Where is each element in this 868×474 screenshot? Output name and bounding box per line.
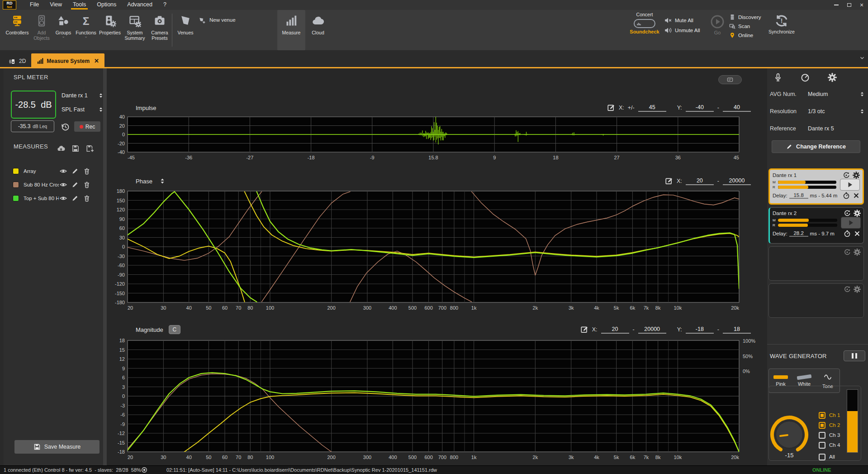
toolbar-camera-presets-button[interactable]: Camera Presets [147, 10, 172, 50]
microphone-icon[interactable] [773, 73, 783, 82]
level-knob[interactable] [768, 413, 811, 456]
channel-checkbox-ch-3[interactable]: Ch 3 [819, 430, 840, 440]
toolbar-measure-button[interactable]: Measure [277, 10, 305, 50]
discovery-button[interactable]: Discovery [729, 13, 761, 22]
measure-item-array[interactable]: Array [4, 164, 107, 178]
channel-strip-empty[interactable] [768, 283, 864, 318]
toolbar-functions-button[interactable]: ΣFunctions⌄ [74, 10, 98, 50]
chart-options-button[interactable] [718, 75, 742, 84]
rename-pencil-icon[interactable] [71, 195, 79, 202]
measure-item-sub-80-hz-cross[interactable]: Sub 80 Hz Cross [4, 178, 107, 192]
magnitude-xmin-input[interactable]: 20 [601, 326, 629, 334]
remove-x-icon[interactable] [853, 192, 860, 199]
measure-settings-gear-icon[interactable] [828, 73, 837, 82]
measure-item-top-sub-80-h[interactable]: Top + Sub 80 H: [4, 192, 107, 205]
rec-button[interactable]: Rec [74, 121, 100, 132]
menu-tools[interactable]: Tools [67, 0, 91, 10]
minimize-button[interactable] [830, 0, 843, 10]
monitor-loop-icon[interactable] [844, 286, 851, 293]
left-panel-scrollbar[interactable] [103, 68, 107, 465]
coherence-toggle-button[interactable]: C [169, 325, 180, 334]
channel-checkbox-ch-1[interactable]: Ch 1 [819, 410, 840, 420]
impulse-ymax-input[interactable]: 40 [723, 104, 751, 112]
menu-[interactable]: ? [158, 0, 172, 10]
impulse-ymin-input[interactable]: -40 [686, 104, 714, 112]
magnitude-chart[interactable]: 1815129630-3-6-9-12-15-18203040506070801… [109, 337, 767, 464]
latency-meter-icon[interactable] [801, 73, 810, 82]
visibility-eye-icon[interactable] [60, 195, 67, 202]
impulse-x-range-input[interactable]: 45 [638, 104, 666, 112]
rename-pencil-icon[interactable] [71, 181, 79, 188]
delay-stopwatch-icon[interactable] [843, 192, 850, 199]
menu-advanced[interactable]: Advanced [122, 0, 158, 10]
avg-num-spinner-icon[interactable] [859, 91, 865, 97]
toolbar-system-summary-button[interactable]: System Summary [122, 10, 147, 50]
toolbar-groups-button[interactable]: Groups⌄ [52, 10, 74, 50]
menu-view[interactable]: View [44, 0, 67, 10]
toolbar-controllers-button[interactable]: Controllers [4, 10, 31, 50]
menu-file[interactable]: File [24, 0, 44, 10]
phase-mode-spinner-icon[interactable] [159, 177, 166, 185]
scan-button[interactable]: Scan [729, 22, 761, 31]
channel-checkbox-all[interactable]: All [819, 452, 840, 462]
tab-list-chevron-icon[interactable] [859, 54, 865, 61]
cloud-upload-icon[interactable] [57, 144, 65, 153]
unmute-all-button[interactable]: Unmute All [664, 25, 700, 35]
strip-settings-gear-icon[interactable] [854, 249, 861, 256]
edit-range-icon[interactable] [607, 104, 615, 112]
monitor-loop-icon[interactable] [843, 172, 850, 179]
change-reference-button[interactable]: Change Reference [772, 140, 860, 153]
resolution-spinner-icon[interactable] [859, 108, 865, 115]
menu-options[interactable]: Options [91, 0, 122, 10]
spl-weighting-select[interactable]: SPL Fast [62, 106, 104, 113]
soundcheck-toggle-pill[interactable] [634, 19, 655, 28]
magnitude-xmax-input[interactable]: 20000 [638, 326, 666, 334]
channel-strip-empty[interactable] [768, 246, 864, 281]
delay-stopwatch-icon[interactable] [844, 230, 851, 237]
close-button[interactable]: × [855, 0, 868, 10]
toolbar-venues-button[interactable]: Venues [172, 10, 199, 50]
play-button[interactable] [840, 179, 860, 191]
edit-range-icon[interactable] [580, 326, 588, 334]
toolbar-add-objects-button[interactable]: Add Objects [31, 10, 52, 50]
remove-x-icon[interactable] [854, 230, 861, 237]
monitor-loop-icon[interactable] [844, 249, 851, 256]
magnitude-ymin-input[interactable]: -18 [686, 326, 714, 334]
concert-soundcheck-toggle[interactable]: Concert Soundcheck [630, 12, 659, 34]
strip-settings-gear-icon[interactable] [854, 210, 861, 217]
go-button[interactable]: Go [708, 14, 726, 35]
magnitude-ymax-input[interactable]: 18 [723, 326, 751, 334]
spl-input-select[interactable]: Dante rx 1 [62, 92, 104, 99]
phase-chart[interactable]: 1801501209060300-30-60-90-120-150-180203… [109, 187, 751, 315]
toolbar-new-venue-button[interactable]: New venue [199, 10, 252, 50]
wave-generator-pause-button[interactable] [844, 350, 865, 361]
channel-strip-dante-rx-2[interactable]: Dante rx 2MRDelay:28.2ms - 9.7 m [768, 207, 864, 244]
synchronize-button[interactable]: ! Synchronize [764, 14, 799, 34]
channel-checkbox-ch-2[interactable]: Ch 2 [819, 420, 840, 430]
play-button[interactable] [841, 217, 861, 229]
phase-xmax-input[interactable]: 20000 [723, 177, 751, 185]
toolbar-properties-button[interactable]: Properties [98, 10, 122, 50]
rename-pencil-icon[interactable] [71, 168, 79, 175]
delete-trash-icon[interactable] [83, 168, 90, 175]
online-button[interactable]: Online [729, 31, 761, 40]
visibility-eye-icon[interactable] [60, 168, 67, 175]
delete-trash-icon[interactable] [83, 181, 90, 188]
toolbar-cloud-button[interactable]: Cloud [305, 10, 331, 50]
strip-settings-gear-icon[interactable] [853, 172, 860, 179]
channel-checkbox-ch-4[interactable]: Ch 4 [819, 440, 840, 450]
channel-strip-dante-rx-1[interactable]: Dante rx 1MRDelay:15.8ms - 5.44 m [768, 168, 864, 205]
strip-settings-gear-icon[interactable] [854, 286, 861, 293]
impulse-chart[interactable]: 40200-20-40-45-36-27-18-915.8918273645 [109, 114, 751, 165]
delay-value-input[interactable]: 28.2 [789, 230, 808, 237]
save-icon[interactable] [71, 144, 80, 153]
monitor-loop-icon[interactable] [844, 210, 851, 217]
phase-xmin-input[interactable]: 20 [686, 177, 714, 185]
delete-trash-icon[interactable] [83, 195, 90, 202]
mute-all-button[interactable]: Mute All [664, 15, 700, 25]
visibility-eye-icon[interactable] [60, 181, 67, 188]
maximize-button[interactable] [843, 0, 855, 10]
edit-range-icon[interactable] [665, 177, 673, 185]
save-measure-button[interactable]: Save Measure [14, 440, 100, 454]
save-new-icon[interactable] [86, 144, 94, 153]
